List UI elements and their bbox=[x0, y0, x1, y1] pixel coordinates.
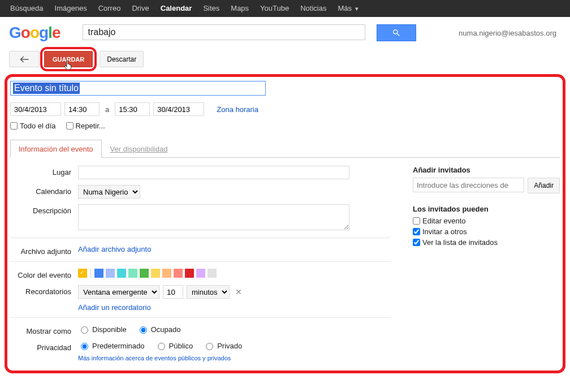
color-swatches bbox=[78, 269, 390, 278]
privacy-default-radio[interactable] bbox=[81, 343, 88, 350]
guest-permissions-heading: Los invitados pueden bbox=[413, 205, 560, 213]
google-logo: Google bbox=[9, 24, 60, 42]
nav-imagenes[interactable]: Imágenes bbox=[49, 0, 93, 17]
color-swatch[interactable] bbox=[140, 269, 149, 278]
calendar-select[interactable]: Numa Nigerio bbox=[78, 185, 140, 199]
repeat-checkbox[interactable] bbox=[66, 122, 74, 130]
tabs: Información del evento Ver disponibilida… bbox=[10, 139, 560, 158]
tab-availability[interactable]: Ver disponibilidad bbox=[102, 140, 176, 158]
privacy-info-link[interactable]: Más información acerca de eventos públic… bbox=[78, 355, 231, 361]
nav-sites[interactable]: Sites bbox=[197, 0, 225, 17]
privacy-default-label: Predeterminado bbox=[92, 342, 145, 350]
description-textarea[interactable] bbox=[78, 204, 349, 230]
top-nav-bar: Búsqueda Imágenes Correo Drive Calendar … bbox=[0, 0, 570, 17]
search-button[interactable] bbox=[377, 24, 416, 41]
nav-calendar[interactable]: Calendar bbox=[155, 0, 198, 17]
tab-event-info[interactable]: Información del evento bbox=[10, 140, 102, 158]
start-time-input[interactable] bbox=[64, 102, 100, 116]
show-as-label: Mostrar como bbox=[10, 325, 78, 335]
start-date-input[interactable] bbox=[10, 102, 61, 116]
color-swatch[interactable] bbox=[94, 269, 103, 278]
perm-invite-label: Invitar a otros bbox=[422, 227, 467, 236]
discard-button[interactable]: Descartar bbox=[100, 51, 144, 67]
busy-label: Ocupado bbox=[151, 325, 181, 334]
guest-email-input[interactable] bbox=[413, 178, 524, 192]
color-label: Color del evento bbox=[10, 269, 78, 279]
nav-noticias[interactable]: Noticias bbox=[295, 0, 332, 17]
available-label: Disponible bbox=[92, 325, 127, 334]
back-button[interactable] bbox=[9, 51, 40, 67]
color-swatch[interactable] bbox=[78, 269, 87, 278]
search-input[interactable] bbox=[83, 24, 365, 40]
separator bbox=[90, 269, 91, 278]
end-date-input[interactable] bbox=[153, 102, 204, 116]
arrow-left-icon bbox=[19, 56, 29, 63]
privacy-label: Privacidad bbox=[10, 341, 78, 362]
add-guest-button[interactable]: Añadir bbox=[528, 178, 560, 193]
location-input[interactable] bbox=[78, 166, 349, 179]
reminder-value-input[interactable] bbox=[163, 285, 183, 299]
perm-edit-checkbox[interactable] bbox=[413, 217, 420, 225]
nav-maps[interactable]: Maps bbox=[225, 0, 254, 17]
save-button[interactable]: GUARDAR bbox=[44, 51, 93, 67]
privacy-private-radio[interactable] bbox=[206, 343, 213, 350]
add-attachment-link[interactable]: Añadir archivo adjunto bbox=[78, 245, 151, 253]
all-day-label: Todo el día bbox=[20, 122, 56, 130]
reminder-unit-select[interactable]: minutos bbox=[187, 285, 230, 299]
nav-busqueda[interactable]: Búsqueda bbox=[5, 0, 49, 17]
privacy-private-label: Privado bbox=[217, 342, 242, 350]
color-swatch[interactable] bbox=[208, 269, 217, 278]
privacy-public-label: Público bbox=[169, 342, 193, 350]
perm-seelist-checkbox[interactable] bbox=[413, 239, 420, 246]
location-label: Lugar bbox=[10, 166, 78, 179]
reminder-type-select[interactable]: Ventana emergente bbox=[78, 285, 159, 299]
header: Google numa.nigerio@iesabastos.org bbox=[0, 17, 570, 46]
color-swatch[interactable] bbox=[162, 269, 171, 278]
all-day-checkbox[interactable] bbox=[10, 122, 18, 130]
color-swatch[interactable] bbox=[174, 269, 183, 278]
show-as-available-radio[interactable] bbox=[81, 326, 88, 334]
repeat-label: Repetir... bbox=[76, 122, 105, 130]
calendar-label: Calendario bbox=[10, 185, 78, 199]
color-swatch[interactable] bbox=[196, 269, 205, 278]
color-swatch[interactable] bbox=[117, 269, 126, 278]
event-title-input[interactable]: Evento sin título bbox=[10, 81, 266, 96]
perm-edit-label: Editar evento bbox=[422, 217, 466, 225]
end-time-input[interactable] bbox=[115, 102, 150, 116]
description-label: Descripción bbox=[10, 204, 78, 232]
nav-drive[interactable]: Drive bbox=[126, 0, 154, 17]
color-swatch[interactable] bbox=[151, 269, 160, 278]
attachment-label: Archivo adjunto bbox=[10, 245, 78, 256]
color-swatch[interactable] bbox=[128, 269, 137, 278]
add-guests-heading: Añadir invitados bbox=[413, 166, 560, 174]
nav-youtube[interactable]: YouTube bbox=[254, 0, 295, 17]
color-swatch[interactable] bbox=[185, 269, 194, 278]
privacy-public-radio[interactable] bbox=[158, 343, 165, 350]
remove-reminder-icon[interactable]: ✕ bbox=[235, 287, 242, 296]
show-as-busy-radio[interactable] bbox=[140, 326, 147, 334]
search-icon bbox=[392, 28, 401, 37]
user-email[interactable]: numa.nigerio@iesabastos.org bbox=[459, 29, 565, 37]
event-form: Evento sin título a Zona horaria Todo el… bbox=[5, 75, 565, 373]
reminders-label: Recordatorios bbox=[10, 285, 78, 312]
color-swatch[interactable] bbox=[106, 269, 115, 278]
nav-more[interactable]: Más▾ bbox=[332, 0, 364, 17]
nav-correo[interactable]: Correo bbox=[93, 0, 127, 17]
to-label: a bbox=[103, 105, 111, 114]
perm-seelist-label: Ver la lista de invitados bbox=[422, 238, 498, 247]
timezone-link[interactable]: Zona horaria bbox=[217, 105, 258, 114]
add-reminder-link[interactable]: Añadir un recordatorio bbox=[78, 303, 151, 312]
perm-invite-checkbox[interactable] bbox=[413, 228, 420, 235]
toolbar: GUARDAR Descartar bbox=[0, 46, 570, 75]
